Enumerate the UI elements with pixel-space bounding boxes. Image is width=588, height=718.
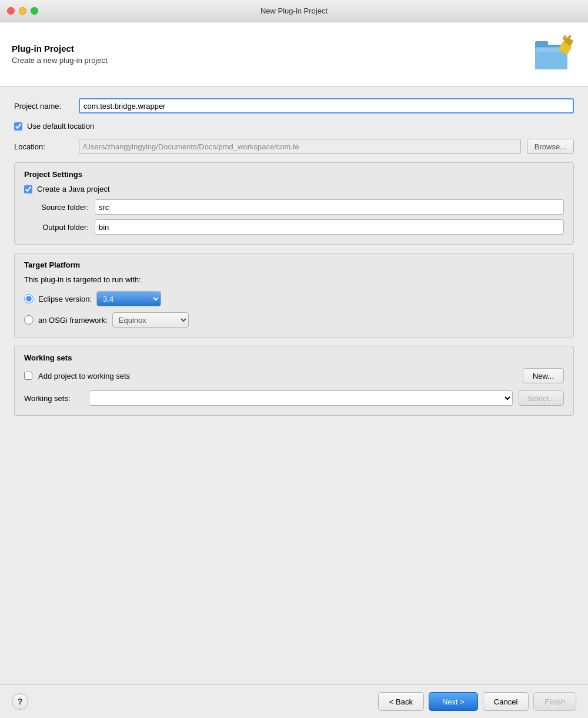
location-input[interactable] (79, 139, 521, 154)
osgi-framework-label: an OSGi framework: (38, 316, 108, 325)
browse-button[interactable]: Browse... (527, 139, 574, 154)
footer-left: ? (12, 693, 28, 710)
eclipse-version-radio[interactable] (24, 294, 34, 303)
eclipse-version-label: Eclipse version: (38, 295, 92, 303)
add-to-working-sets-checkbox[interactable] (24, 372, 32, 380)
target-platform-section: Target Platform This plug-in is targeted… (14, 253, 574, 338)
eclipse-version-row: Eclipse version: 3.4 3.5 3.6 3.7 (24, 291, 564, 306)
working-sets-title: Working sets (24, 353, 564, 362)
plug-in-project-icon (534, 33, 576, 75)
project-name-input[interactable] (79, 98, 574, 113)
source-folder-input[interactable] (95, 199, 564, 215)
dialog-footer: ? < Back Next > Cancel Finish (0, 684, 588, 718)
eclipse-version-select[interactable]: 3.4 3.5 3.6 3.7 (96, 291, 161, 306)
dialog-body: Plug-in Project Create a new plug-in pro… (0, 22, 588, 718)
source-folder-label: Source folder: (24, 203, 89, 212)
new-working-set-button[interactable]: New... (523, 368, 564, 383)
project-settings-title: Project Settings (24, 170, 564, 179)
create-java-project-row: Create a Java project (24, 185, 564, 193)
maximize-button[interactable] (31, 7, 38, 15)
working-sets-dropdown[interactable] (89, 390, 513, 406)
target-platform-description: This plug-in is targeted to run with: (24, 275, 564, 284)
project-name-label: Project name: (14, 102, 73, 111)
next-button[interactable]: Next > (429, 692, 478, 711)
footer-buttons: < Back Next > Cancel Finish (378, 692, 576, 711)
project-name-row: Project name: (14, 98, 574, 113)
osgi-framework-select[interactable]: Equinox Felix (112, 312, 189, 328)
use-default-location-row: Use default location (14, 122, 574, 131)
source-folder-row: Source folder: (24, 199, 564, 215)
location-label: Location: (14, 142, 73, 151)
target-platform-title: Target Platform (24, 261, 564, 269)
add-to-working-sets-label: Add project to working sets (38, 372, 130, 380)
dialog-subtitle: Create a new plug-in project (12, 56, 108, 65)
close-button[interactable] (7, 7, 15, 15)
dialog-title: Plug-in Project (12, 44, 108, 54)
output-folder-row: Output folder: (24, 219, 564, 235)
finish-button[interactable]: Finish (533, 692, 576, 711)
window-title: New Plug-in Project (260, 6, 328, 15)
minimize-button[interactable] (19, 7, 26, 15)
working-sets-section: Working sets Add project to working sets… (14, 346, 574, 416)
help-button[interactable]: ? (12, 693, 28, 710)
title-bar: New Plug-in Project (0, 0, 588, 22)
svg-rect-1 (535, 41, 548, 46)
output-folder-label: Output folder: (24, 223, 89, 232)
header-text: Plug-in Project Create a new plug-in pro… (12, 44, 108, 65)
create-java-project-label: Create a Java project (37, 185, 110, 193)
osgi-framework-radio[interactable] (24, 315, 34, 325)
window-controls[interactable] (7, 7, 38, 15)
use-default-location-checkbox[interactable] (14, 122, 22, 131)
add-to-working-sets-row: Add project to working sets New... (24, 368, 564, 383)
dialog-header: Plug-in Project Create a new plug-in pro… (0, 22, 588, 86)
header-icon (534, 33, 576, 75)
create-java-project-checkbox[interactable] (24, 185, 32, 193)
working-sets-select-row: Working sets: Select... (24, 390, 564, 406)
working-sets-label: Working sets: (24, 394, 83, 403)
back-button[interactable]: < Back (378, 692, 424, 711)
use-default-location-label: Use default location (27, 122, 94, 131)
form-area: Project name: Use default location Locat… (0, 86, 588, 684)
output-folder-input[interactable] (95, 219, 564, 235)
location-row: Location: Browse... (14, 139, 574, 154)
select-working-set-button[interactable]: Select... (519, 390, 564, 406)
cancel-button[interactable]: Cancel (483, 692, 529, 711)
project-settings-section: Project Settings Create a Java project S… (14, 162, 574, 245)
osgi-framework-row: an OSGi framework: Equinox Felix (24, 312, 564, 328)
